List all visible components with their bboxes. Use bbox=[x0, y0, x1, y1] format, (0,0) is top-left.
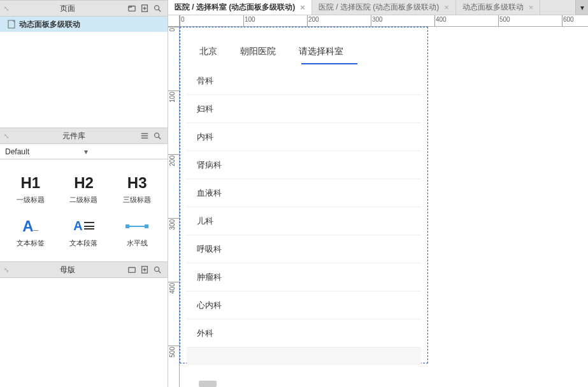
breadcrumb: 北京 朝阳医院 请选择科室 bbox=[188, 40, 355, 63]
tab[interactable]: 动态面板多级联动 × bbox=[456, 0, 541, 15]
list-footer bbox=[187, 347, 421, 365]
list-item[interactable]: 妇科 bbox=[187, 95, 421, 123]
list-item[interactable]: 心内科 bbox=[187, 291, 421, 319]
master-body bbox=[0, 278, 168, 387]
library-selector-value: Default bbox=[5, 147, 84, 156]
widget-h3[interactable]: H3 三级标题 bbox=[110, 167, 164, 210]
pages-panel: ⤡ 页面 动态面板多级联动 bbox=[0, 0, 168, 128]
breadcrumb-item[interactable]: 北京 bbox=[199, 46, 217, 57]
list-item[interactable]: 肿瘤科 bbox=[187, 263, 421, 291]
master-panel-title: 母版 bbox=[9, 265, 125, 275]
library-selector[interactable]: Default ▾ bbox=[0, 144, 168, 159]
editor-tabs: 医院 / 选择科室 (动态面板多级联动) × 医院 / 选择医院 (动态面板多级… bbox=[168, 0, 588, 15]
library-grid: H1 一级标题 H2 二级标题 H3 三级标题 A_ 文本标签 A 文本段落 bbox=[0, 159, 168, 261]
breadcrumb-underline bbox=[301, 63, 357, 64]
pages-tree: 动态面板多级联动 bbox=[0, 17, 168, 128]
list-item[interactable]: 血液科 bbox=[187, 179, 421, 207]
pages-panel-header: ⤡ 页面 bbox=[0, 0, 168, 17]
new-page-icon[interactable] bbox=[140, 3, 150, 13]
list-item[interactable]: 呼吸科 bbox=[187, 235, 421, 263]
list-item[interactable]: 儿科 bbox=[187, 207, 421, 235]
list-item[interactable]: 内科 bbox=[187, 123, 421, 151]
svg-point-4 bbox=[155, 133, 159, 138]
master-panel: ⤡ 母版 bbox=[0, 261, 168, 387]
ruler-corner bbox=[168, 15, 180, 27]
list-item[interactable]: 外科 bbox=[187, 319, 421, 347]
list-item[interactable]: 肾病科 bbox=[187, 151, 421, 179]
department-list: 骨科妇科内科肾病科血液科儿科呼吸科肿瘤科心内科外科 bbox=[187, 67, 421, 365]
page-item-label: 动态面板多级联动 bbox=[19, 19, 80, 30]
ruler-vertical[interactable]: 0100200300400500 bbox=[168, 27, 180, 387]
canvas[interactable]: 北京 朝阳医院 请选择科室 骨科妇科内科肾病科血液科儿科呼吸科肿瘤科心内科外科 bbox=[180, 27, 588, 387]
chevron-down-icon: ▾ bbox=[84, 147, 163, 156]
page-item[interactable]: 动态面板多级联动 bbox=[0, 17, 168, 32]
new-master-icon[interactable] bbox=[140, 265, 150, 275]
pages-panel-title: 页面 bbox=[9, 3, 125, 14]
new-folder-icon[interactable] bbox=[127, 3, 137, 13]
library-panel-title: 元件库 bbox=[9, 131, 138, 142]
canvas-area: 0100200300400500600 0100200300400500 北京 … bbox=[168, 15, 588, 387]
widget-h1[interactable]: H1 一级标题 bbox=[4, 167, 57, 210]
widget-text-label[interactable]: A_ 文本标签 bbox=[4, 210, 57, 254]
tab[interactable]: 医院 / 选择医院 (动态面板多级联动) × bbox=[312, 0, 456, 15]
tab-overflow-button[interactable]: ▾ bbox=[575, 0, 588, 15]
library-panel: ⤡ 元件库 Default ▾ H1 一级标题 H2 二级标题 H3 bbox=[0, 128, 168, 261]
library-panel-header: ⤡ 元件库 bbox=[0, 128, 168, 144]
close-icon[interactable]: × bbox=[300, 3, 305, 12]
svg-point-7 bbox=[155, 267, 159, 272]
breadcrumb-item-active[interactable]: 请选择科室 bbox=[299, 46, 343, 57]
widget-paragraph[interactable]: A 文本段落 bbox=[57, 210, 111, 254]
svg-rect-5 bbox=[129, 268, 136, 273]
collapse-arrow-icon[interactable]: ⤡ bbox=[4, 5, 9, 12]
close-icon[interactable]: × bbox=[529, 3, 534, 12]
collapse-arrow-icon[interactable]: ⤡ bbox=[4, 133, 9, 140]
breadcrumb-item[interactable]: 朝阳医院 bbox=[240, 46, 276, 57]
svg-point-2 bbox=[155, 6, 159, 10]
widget-hr[interactable]: 水平线 bbox=[110, 210, 164, 254]
new-folder-icon[interactable] bbox=[127, 265, 137, 275]
widget-h2[interactable]: H2 二级标题 bbox=[57, 167, 111, 210]
selection-box[interactable]: 北京 朝阳医院 请选择科室 骨科妇科内科肾病科血液科儿科呼吸科肿瘤科心内科外科 bbox=[180, 27, 428, 363]
library-menu-icon[interactable] bbox=[140, 131, 150, 141]
search-icon[interactable] bbox=[152, 3, 162, 13]
ruler-horizontal[interactable]: 0100200300400500600 bbox=[180, 15, 588, 27]
tab-active[interactable]: 医院 / 选择科室 (动态面板多级联动) × bbox=[168, 0, 312, 15]
search-icon[interactable] bbox=[152, 131, 162, 141]
search-icon[interactable] bbox=[152, 265, 162, 275]
collapse-arrow-icon[interactable]: ⤡ bbox=[4, 267, 9, 274]
master-panel-header: ⤡ 母版 bbox=[0, 261, 168, 278]
list-item[interactable]: 骨科 bbox=[187, 67, 421, 95]
scroll-indicator[interactable] bbox=[199, 381, 217, 387]
close-icon[interactable]: × bbox=[444, 3, 449, 12]
